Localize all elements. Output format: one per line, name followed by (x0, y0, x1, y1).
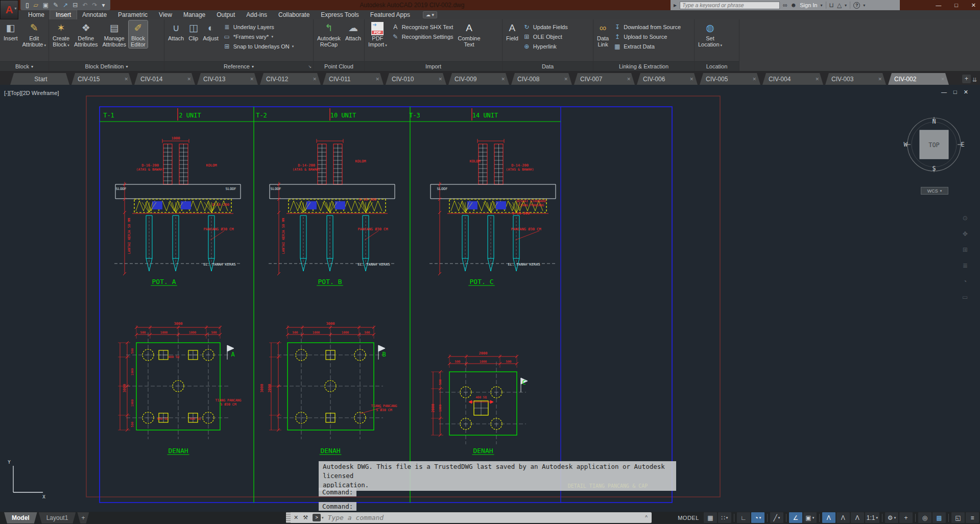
chevron-down-icon[interactable]: ▾ (820, 3, 822, 8)
chevron-down-icon[interactable]: ▾ (845, 3, 847, 8)
ribbon-tab-manage[interactable]: Manage (178, 10, 211, 19)
hyperlink-button[interactable]: ⊕Hyperlink (521, 41, 570, 51)
file-tab-civ-008[interactable]: CIV-008✕ (511, 73, 572, 85)
panel-title-block-definition[interactable]: Block Definition▾ (49, 61, 164, 71)
drawing-canvas[interactable] (0, 85, 980, 524)
file-tab-civ-002[interactable]: CIV-002✕ (888, 73, 949, 85)
manage-attributes-button[interactable]: ▤ManageAttributes (101, 20, 128, 48)
define-attributes-button[interactable]: ❖DefineAttributes (72, 20, 100, 48)
layout1-tab[interactable]: Layout1 (39, 512, 76, 523)
update-fields-button[interactable]: ↻Update Fields (521, 22, 570, 32)
save-icon[interactable]: ▣ (43, 1, 49, 10)
publish-mobile-icon[interactable]: ↗ (63, 1, 68, 10)
close-icon[interactable]: ✕ (497, 77, 505, 82)
snap-to-underlays-on-button[interactable]: ⊞Snap to Underlays ON▾ (221, 41, 296, 51)
close-icon[interactable]: ✕ (294, 514, 298, 521)
download-from-source-button[interactable]: ↧Download from Source (611, 22, 683, 32)
close-icon[interactable]: ✕ (874, 77, 882, 82)
redo-icon[interactable]: ↷ (92, 1, 97, 10)
ole-object-button[interactable]: ⊞OLE Object (521, 32, 570, 41)
file-tab-civ-011[interactable]: CIV-011✕ (323, 73, 384, 85)
application-menu-button[interactable]: A▼ (0, 0, 18, 19)
command-input[interactable] (328, 514, 641, 521)
close-icon[interactable]: ✕ (937, 77, 945, 82)
recognition-settings-button[interactable]: ✎Recognition Settings (390, 32, 456, 41)
nav-tool-icon[interactable]: ✥ (962, 230, 968, 237)
isolate-objects-button[interactable]: ◎ (918, 512, 931, 523)
panel-title-location[interactable]: Location (695, 61, 739, 71)
nav-tool-icon[interactable]: ◔ (962, 278, 968, 285)
customization-button[interactable]: ≡ (966, 512, 979, 523)
panel-launcher-icon[interactable]: ↘ (308, 64, 312, 69)
panel-title-block[interactable]: Block▾ (0, 61, 49, 71)
wcs-dropdown[interactable]: WCS▾ (921, 187, 948, 195)
block-editor-button[interactable]: ✐BlockEditor (129, 20, 148, 48)
ribbon-tab-express-tools[interactable]: Express Tools (315, 10, 364, 19)
object-snap-button[interactable]: ▣▾ (803, 512, 817, 523)
file-tab-civ-014[interactable]: CIV-014✕ (134, 73, 195, 85)
polar-tracking-button[interactable]: ◔▾ (751, 512, 764, 523)
close-icon[interactable]: ✕ (246, 77, 254, 82)
adjust-button[interactable]: ◐Adjust (201, 20, 221, 42)
ribbon-tab-view[interactable]: View (153, 10, 178, 19)
file-tab-civ-015[interactable]: CIV-015✕ (71, 73, 132, 85)
attach-button[interactable]: ∪Attach (166, 20, 186, 42)
pdf-import-button[interactable]: ➜PDFPDFImport ▾ (366, 20, 389, 48)
close-icon[interactable]: ✕ (120, 77, 128, 82)
new-layout-button[interactable]: + (77, 512, 89, 523)
restore-drawing-button[interactable]: □ (953, 89, 957, 96)
nav-tool-icon[interactable]: ⊙ (962, 215, 968, 222)
sign-in-button[interactable]: Sign In (800, 2, 817, 8)
file-tab-civ-003[interactable]: CIV-003✕ (825, 73, 886, 85)
new-file-icon[interactable]: ▯ (26, 1, 29, 10)
panel-title-linking-extraction[interactable]: Linking & Extraction (593, 61, 694, 71)
chevron-down-icon[interactable]: ▾ (322, 516, 324, 520)
ribbon-tab-add-ins[interactable]: Add-ins (241, 10, 273, 19)
frames-vary-button[interactable]: ▭*Frames vary*▾ (221, 32, 296, 41)
search-icon[interactable]: ∞ (783, 2, 787, 9)
recognize-shx-text-button[interactable]: ARecognize SHX Text (390, 22, 456, 32)
workspace-switching-button[interactable]: ⚙▾ (885, 512, 898, 523)
panel-title-import[interactable]: Import (365, 61, 502, 71)
model-tab[interactable]: Model (4, 512, 37, 523)
cart-icon[interactable]: ⊔ (829, 2, 834, 9)
search-input[interactable] (680, 2, 780, 9)
restore-button[interactable]: □ (954, 2, 958, 8)
nav-tool-icon[interactable]: ⊞ (962, 246, 968, 253)
insert-button[interactable]: ◧Insert (2, 20, 20, 42)
clean-screen-button[interactable]: ◱ (951, 512, 965, 523)
close-icon[interactable]: ✕ (371, 77, 379, 82)
close-icon[interactable]: ✕ (748, 77, 756, 82)
command-line[interactable]: ✕ ⚒ > ▾ ^ (286, 512, 652, 523)
file-tab-civ-012[interactable]: CIV-012✕ (260, 73, 321, 85)
ribbon-tab-annotate[interactable]: Annotate (77, 10, 112, 19)
open-file-icon[interactable]: ▱ (34, 1, 38, 10)
ribbon-tab-featured-apps[interactable]: Featured Apps (365, 10, 416, 19)
upload-to-source-button[interactable]: ↥Upload to Source (611, 32, 683, 41)
annotation-visibility-button[interactable]: Λ (822, 512, 835, 523)
annotation-scale-value[interactable]: 1:1▾ (865, 512, 879, 523)
help-icon[interactable]: ? (853, 2, 860, 9)
close-button[interactable]: ✕ (971, 2, 976, 9)
file-tab-civ-007[interactable]: CIV-007✕ (574, 73, 635, 85)
ribbon-tab-parametric[interactable]: Parametric (112, 10, 153, 19)
file-tab-civ-006[interactable]: CIV-006✕ (637, 73, 698, 85)
panel-title-point-cloud[interactable]: Point Cloud (314, 61, 364, 71)
create-block-button[interactable]: ✶CreateBlock ▾ (51, 20, 71, 48)
annotation-autoscale-button[interactable]: Λ (836, 512, 850, 523)
combine-text-button[interactable]: ACombineText (456, 20, 483, 48)
file-tab-civ-005[interactable]: CIV-005✕ (700, 73, 760, 85)
drag-handle[interactable] (286, 512, 291, 523)
data-link-button[interactable]: ∞DataLink (595, 20, 611, 48)
object-snap-tracking-button[interactable]: ∠ (789, 512, 802, 523)
panel-title-data[interactable]: Data (503, 61, 593, 71)
snap-mode-button[interactable]: ∷▾ (718, 512, 731, 523)
grid-display-button[interactable]: ▦ (704, 512, 717, 523)
close-icon[interactable]: ✕ (623, 77, 631, 82)
close-icon[interactable]: ✕ (811, 77, 819, 82)
nav-tool-icon[interactable]: ≣ (962, 262, 968, 269)
close-icon[interactable]: ✕ (183, 77, 191, 82)
chevron-down-icon[interactable]: ▾ (863, 3, 865, 8)
save-as-icon[interactable]: ✎ (53, 1, 58, 10)
close-icon[interactable]: ✕ (434, 77, 442, 82)
